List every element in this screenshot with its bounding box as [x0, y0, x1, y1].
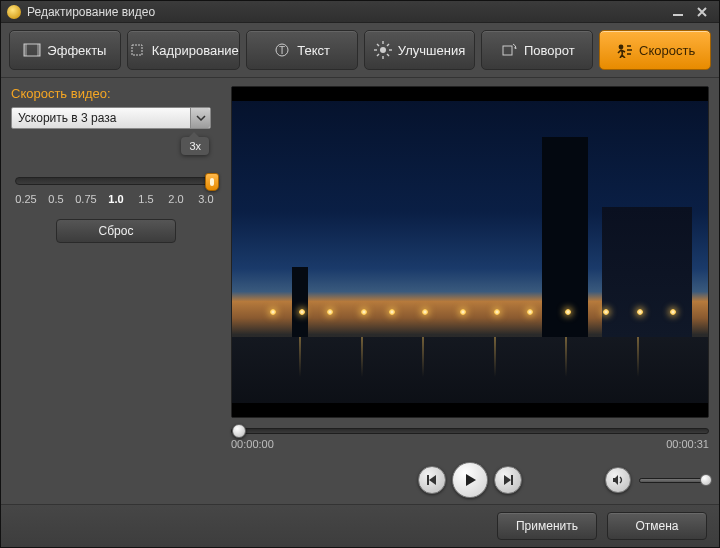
volume-control [605, 467, 709, 493]
svg-rect-0 [673, 14, 683, 16]
tab-effects[interactable]: Эффекты [9, 30, 121, 70]
speed-slider-area: 0.25 0.5 0.75 1.0 1.5 2.0 3.0 Сброс [11, 177, 221, 243]
minimize-button[interactable] [667, 4, 689, 20]
apply-label: Применить [516, 519, 578, 533]
svg-line-15 [377, 54, 379, 56]
skip-forward-icon [502, 474, 514, 486]
tick: 1.0 [101, 193, 131, 205]
svg-point-7 [380, 47, 386, 53]
tick: 0.25 [11, 193, 41, 205]
tick: 1.5 [131, 193, 161, 205]
volume-handle[interactable] [700, 474, 712, 486]
speed-tooltip: 3x [181, 137, 209, 155]
tab-label: Поворот [524, 43, 575, 58]
tick: 0.5 [41, 193, 71, 205]
volume-slider[interactable] [639, 478, 709, 483]
close-icon [696, 6, 708, 18]
play-icon [463, 473, 477, 487]
controls-row [231, 460, 709, 500]
tick: 0.75 [71, 193, 101, 205]
svg-line-13 [387, 54, 389, 56]
tab-rotate[interactable]: Поворот [481, 30, 593, 70]
speed-select[interactable]: Ускорить в 3 раза [11, 107, 211, 129]
time-row: 00:00:00 00:00:31 [231, 438, 709, 450]
footer: Применить Отмена [1, 504, 719, 547]
svg-rect-2 [24, 44, 27, 56]
minimize-icon [672, 7, 684, 17]
total-time: 00:00:31 [666, 438, 709, 450]
volume-icon [611, 473, 625, 487]
tab-label: Улучшения [398, 43, 465, 58]
tab-crop[interactable]: Кадрирование [127, 30, 240, 70]
speed-slider-handle[interactable] [205, 173, 219, 191]
tab-label: Текст [297, 43, 330, 58]
speed-label: Скорость видео: [11, 86, 221, 101]
close-button[interactable] [691, 4, 713, 20]
svg-point-17 [619, 45, 624, 50]
play-button[interactable] [452, 462, 488, 498]
cancel-label: Отмена [635, 519, 678, 533]
speed-select-value: Ускорить в 3 раза [18, 111, 116, 125]
content-area: Скорость видео: Ускорить в 3 раза 3x 0.2… [1, 78, 719, 504]
speed-icon [615, 41, 633, 59]
chevron-down-icon [196, 115, 206, 121]
rotate-icon [500, 41, 518, 59]
crop-icon [128, 41, 146, 59]
tab-label: Скорость [639, 43, 695, 58]
tab-speed[interactable]: Скорость [599, 30, 711, 70]
video-preview [231, 86, 709, 418]
enhance-icon [374, 41, 392, 59]
tick: 2.0 [161, 193, 191, 205]
tab-label: Эффекты [47, 43, 106, 58]
seek-row [231, 428, 709, 434]
skip-back-icon [426, 474, 438, 486]
reset-button[interactable]: Сброс [56, 219, 176, 243]
window-title: Редактирование видео [27, 5, 665, 19]
tab-label: Кадрирование [152, 43, 239, 58]
reset-label: Сброс [99, 224, 134, 238]
window: Редактирование видео Эффекты Кадрировани… [0, 0, 720, 548]
tab-enhance[interactable]: Улучшения [364, 30, 476, 70]
next-button[interactable] [494, 466, 522, 494]
current-time: 00:00:00 [231, 438, 274, 450]
speed-select-button[interactable] [190, 108, 210, 128]
prev-button[interactable] [418, 466, 446, 494]
speed-ticks: 0.25 0.5 0.75 1.0 1.5 2.0 3.0 [11, 193, 221, 205]
text-icon: T [273, 41, 291, 59]
svg-rect-16 [503, 46, 512, 55]
titlebar: Редактирование видео [1, 1, 719, 23]
volume-button[interactable] [605, 467, 631, 493]
seek-slider[interactable] [231, 428, 709, 434]
apply-button[interactable]: Применить [497, 512, 597, 540]
preview-panel: 00:00:00 00:00:31 [231, 86, 709, 500]
speed-panel: Скорость видео: Ускорить в 3 раза 3x 0.2… [11, 86, 221, 500]
speed-select-wrap: Ускорить в 3 раза 3x [11, 107, 211, 129]
tick: 3.0 [191, 193, 221, 205]
svg-line-14 [387, 44, 389, 46]
speed-slider[interactable] [15, 177, 217, 185]
svg-rect-3 [37, 44, 40, 56]
tabbar: Эффекты Кадрирование T Текст Улучшения П… [1, 23, 719, 78]
effects-icon [23, 41, 41, 59]
cancel-button[interactable]: Отмена [607, 512, 707, 540]
svg-rect-19 [511, 475, 513, 485]
svg-rect-4 [132, 45, 142, 55]
svg-line-12 [377, 44, 379, 46]
svg-text:T: T [279, 45, 285, 56]
seek-handle[interactable] [232, 424, 246, 438]
tab-text[interactable]: T Текст [246, 30, 358, 70]
svg-rect-18 [427, 475, 429, 485]
app-icon [7, 5, 21, 19]
